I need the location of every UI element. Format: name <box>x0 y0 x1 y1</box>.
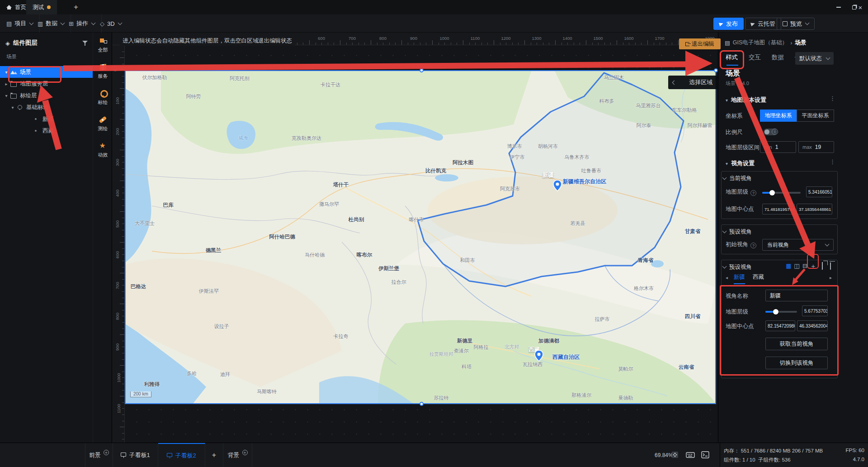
filter-icon[interactable] <box>82 41 88 46</box>
rail-category-button[interactable]: 全部 <box>93 34 113 59</box>
current-level-slider[interactable] <box>762 192 801 194</box>
add-preset-view-button[interactable]: ＋ <box>810 262 816 269</box>
ruler-number: 1700 <box>655 36 664 41</box>
slider-thumb[interactable] <box>773 309 778 315</box>
layer-type-icon <box>33 116 40 122</box>
keyboard-icon[interactable] <box>686 451 695 460</box>
zoom-percentage[interactable]: 69.84% <box>655 452 673 458</box>
current-center-lng[interactable]: 71.48181957442 <box>762 204 795 214</box>
tabs-scroll-right-icon[interactable]: ▸ <box>830 275 832 280</box>
current-level-value[interactable]: 5.341660516 <box>806 186 832 197</box>
database-icon: ▥ <box>38 20 43 27</box>
tree-caret-icon[interactable]: ▾ <box>10 105 15 110</box>
min-level-field[interactable]: min 1 <box>760 141 796 153</box>
section-map-settings[interactable]: ▾ 地图基本设置 <box>726 96 766 104</box>
max-level-field[interactable]: max 19 <box>798 141 834 153</box>
switch-to-view-button[interactable]: 切换到该视角 <box>765 357 828 369</box>
table-view-icon[interactable]: ▦ <box>785 262 792 269</box>
layer-type-icon <box>10 69 17 75</box>
tab-interaction[interactable]: 交互 <box>749 53 761 62</box>
coord-geographic-option[interactable]: 地理坐标系 <box>760 110 797 122</box>
terminal-icon[interactable] <box>701 451 710 460</box>
preset-level-value[interactable]: 5.677537035 <box>802 305 828 316</box>
board-tab-sub2[interactable]: 子看板2 <box>158 443 205 467</box>
new-tab-button[interactable]: + <box>71 3 80 12</box>
preset-center-lng[interactable]: 82.154720980 <box>765 320 795 331</box>
rail-category-button[interactable]: 动效 <box>93 139 113 164</box>
map-pin-caption: 新疆维吾尔自治区 <box>563 178 606 186</box>
layer-tree-item[interactable]: ▸ 地图服务层 <box>0 78 93 90</box>
layer-tree-item[interactable]: ▾ 场景 <box>0 66 93 78</box>
breadcrumb-root[interactable]: GIS电子地图（基础） <box>733 39 788 47</box>
rail-category-button[interactable]: 测绘 <box>93 113 113 138</box>
tree-caret-icon[interactable]: ▾ <box>4 70 9 75</box>
section-menu-icon[interactable]: ⋮ <box>830 95 835 102</box>
map-place-label: 伊斯法罕 <box>199 288 219 295</box>
map-place-label: 乌兰固木 <box>604 74 624 81</box>
tabs-scroll-left-icon[interactable]: ◂ <box>726 275 728 280</box>
chevron-down-icon <box>722 176 727 180</box>
rail-category-button[interactable]: 服务 <box>93 61 113 85</box>
cloud-hosting-button[interactable]: 云托管 <box>745 18 781 30</box>
coord-planar-option[interactable]: 平面坐标系 <box>797 110 834 122</box>
editor-canvas[interactable]: 6007008009001000110012001300140015001600… <box>112 33 718 443</box>
fit-screen-icon[interactable] <box>671 451 680 460</box>
copy-icon[interactable] <box>819 262 826 269</box>
delete-icon[interactable] <box>827 262 834 269</box>
ruler-number: 1500 <box>593 36 603 41</box>
map-place-label: 乌鲁木齐市 <box>565 154 590 161</box>
component-icon: ▤ <box>725 39 730 46</box>
tab-data[interactable]: 数据 <box>772 53 784 62</box>
state-selector[interactable]: 默认状态 <box>795 52 834 65</box>
add-icon[interactable]: + <box>104 450 109 455</box>
view-name-input[interactable]: 新疆 <box>765 290 828 301</box>
preset-level-slider[interactable] <box>765 311 797 313</box>
get-current-view-button[interactable]: 获取当前视角 <box>765 338 828 350</box>
preset-init-header[interactable]: 预设视角 <box>723 228 752 236</box>
exit-edit-button[interactable]: 退出编辑 <box>679 38 721 49</box>
menu-3d[interactable]: ◇ 3D <box>94 14 128 33</box>
section-menu-icon[interactable]: ⋮ <box>830 158 835 165</box>
layer-tree-item[interactable]: 西藏 <box>0 125 93 137</box>
map-place-label: 车车尔勒格 <box>672 107 697 114</box>
rail-category-button[interactable]: 标绘 <box>93 87 113 111</box>
current-center-lat[interactable]: 37.18356448861 <box>797 204 832 214</box>
map-place-label: 拉贾斯坦邦 <box>429 351 453 357</box>
tree-caret-icon[interactable]: ▸ <box>4 81 9 86</box>
board-tab-sub1[interactable]: 子看板1 <box>113 443 158 467</box>
minimize-button[interactable] <box>831 0 846 14</box>
select-area-button[interactable]: 选择区域 <box>668 76 719 89</box>
layer-tree-item[interactable]: ▾ 基础标绘 <box>0 101 93 113</box>
add-board-button[interactable]: + <box>205 443 223 467</box>
board-tab-background[interactable]: 背景 + <box>223 443 252 467</box>
section-view-settings[interactable]: ▾ 视角设置 <box>726 159 755 167</box>
current-view-header[interactable]: 当前视角 <box>723 175 752 182</box>
preset-tab-xinjiang[interactable]: 新疆 <box>734 273 745 281</box>
map-place-label: 甘肃省 <box>685 228 701 235</box>
board-tab-foreground[interactable]: 前景 + <box>85 443 113 467</box>
publish-button[interactable]: 发布 <box>713 18 744 30</box>
preset-tab-xizang[interactable]: 西藏 <box>753 273 764 281</box>
close-button[interactable]: × <box>853 0 868 14</box>
map-pin-icon[interactable] <box>553 180 562 191</box>
tab-style[interactable]: 样式 <box>726 53 738 62</box>
layer-tree-item[interactable]: ▾ 标绘层 <box>0 90 93 101</box>
board-icon <box>121 453 126 457</box>
gis-map[interactable]: 伏尔加格勒阿特劳阿克托别卡拉干达克孜勒奥尔达咸海塔什干撒马尔罕杜尚别比什凯克阿拉… <box>125 70 716 404</box>
map-place-label: 吐鲁番市 <box>581 167 601 174</box>
tab-document[interactable]: 测试 <box>26 0 57 14</box>
preset-views-header[interactable]: 预设视角 <box>723 263 752 271</box>
layer-tree-item[interactable]: 新疆 <box>0 113 93 125</box>
preset-center-lat[interactable]: 46.334562004 <box>797 320 828 331</box>
tree-caret-icon[interactable]: ▾ <box>4 93 9 98</box>
carousel-view-icon[interactable]: ⊟ <box>802 262 808 269</box>
slider-thumb[interactable] <box>769 190 775 195</box>
map-pin-icon[interactable] <box>534 350 543 362</box>
init-view-select[interactable]: 当前视角 <box>762 239 834 251</box>
add-icon[interactable]: + <box>242 450 248 455</box>
preview-button[interactable]: 预览 <box>777 18 815 30</box>
layer-tree: ▾ 场景 ▸ 地图服务层 ▾ 标绘层 ▾ 基础标绘 新疆 <box>0 66 93 137</box>
card-view-icon[interactable]: ◫ <box>793 262 800 269</box>
layers-panel-title: ◈ 组件图层 <box>5 39 38 47</box>
map-place-label: 莫帕尔 <box>618 366 633 372</box>
